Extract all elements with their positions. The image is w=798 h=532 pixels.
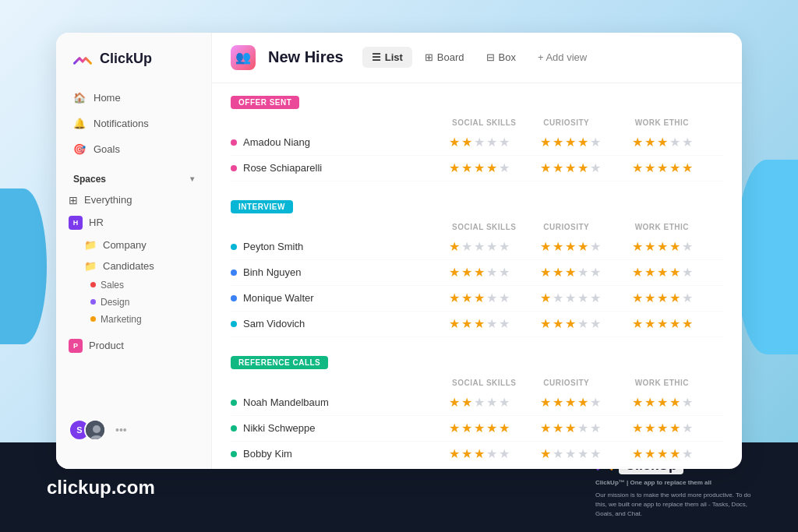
star-filled[interactable]: ★ — [669, 162, 680, 174]
star-empty[interactable]: ★ — [682, 241, 693, 253]
table-row[interactable]: Carol Wayne★★★★★★★★★★★★★★★ — [231, 467, 723, 469]
star-filled[interactable]: ★ — [644, 266, 655, 279]
star-empty[interactable]: ★ — [486, 241, 497, 253]
star-filled[interactable]: ★ — [669, 292, 680, 305]
table-row[interactable]: Amadou Niang★★★★★★★★★★★★★★★ — [231, 130, 723, 156]
star-filled[interactable]: ★ — [644, 136, 655, 149]
nav-item-goals[interactable]: 🎯 Goals — [65, 137, 202, 161]
star-empty[interactable]: ★ — [565, 292, 576, 305]
star-filled[interactable]: ★ — [474, 422, 485, 435]
star-filled[interactable]: ★ — [449, 241, 460, 253]
star-filled[interactable]: ★ — [540, 318, 551, 330]
star-filled[interactable]: ★ — [565, 396, 576, 409]
star-filled[interactable]: ★ — [540, 422, 551, 435]
star-filled[interactable]: ★ — [565, 241, 576, 253]
folder-candidates[interactable]: 📁 Candidates — [59, 255, 208, 277]
star-filled[interactable]: ★ — [449, 396, 460, 409]
star-filled[interactable]: ★ — [565, 266, 576, 279]
table-area[interactable]: OFFER SENTSOCIAL SKILLSCURIOSITYWORK ETH… — [212, 83, 742, 469]
star-filled[interactable]: ★ — [553, 241, 563, 253]
star-empty[interactable]: ★ — [486, 396, 497, 409]
nav-item-notifications[interactable]: 🔔 Notifications — [65, 111, 202, 136]
star-filled[interactable]: ★ — [632, 266, 643, 279]
star-empty[interactable]: ★ — [553, 292, 563, 305]
star-empty[interactable]: ★ — [682, 266, 693, 279]
star-filled[interactable]: ★ — [577, 136, 588, 149]
star-empty[interactable]: ★ — [590, 162, 601, 174]
star-filled[interactable]: ★ — [657, 266, 668, 279]
star-empty[interactable]: ★ — [486, 318, 497, 330]
star-empty[interactable]: ★ — [486, 448, 497, 460]
table-row[interactable]: Nikki Schweppe★★★★★★★★★★★★★★★ — [231, 416, 723, 442]
star-empty[interactable]: ★ — [474, 241, 485, 253]
star-filled[interactable]: ★ — [657, 136, 668, 149]
star-empty[interactable]: ★ — [669, 136, 680, 149]
star-empty[interactable]: ★ — [682, 136, 693, 149]
star-empty[interactable]: ★ — [499, 162, 510, 174]
star-filled[interactable]: ★ — [644, 162, 655, 174]
star-filled[interactable]: ★ — [486, 422, 497, 435]
tab-box[interactable]: ⊟ Box — [477, 47, 525, 68]
star-empty[interactable]: ★ — [682, 448, 693, 460]
star-filled[interactable]: ★ — [632, 162, 643, 174]
star-empty[interactable]: ★ — [486, 136, 497, 149]
tab-list[interactable]: ☰ List — [362, 47, 412, 68]
star-filled[interactable]: ★ — [644, 292, 655, 305]
star-empty[interactable]: ★ — [461, 241, 472, 253]
star-filled[interactable]: ★ — [461, 136, 472, 149]
star-filled[interactable]: ★ — [632, 396, 643, 409]
star-empty[interactable]: ★ — [590, 448, 601, 460]
star-filled[interactable]: ★ — [565, 422, 576, 435]
star-filled[interactable]: ★ — [449, 266, 460, 279]
star-filled[interactable]: ★ — [632, 241, 643, 253]
folder-company[interactable]: 📁 Company — [59, 234, 208, 255]
star-filled[interactable]: ★ — [449, 448, 460, 460]
star-filled[interactable]: ★ — [657, 162, 668, 174]
star-empty[interactable]: ★ — [590, 318, 601, 330]
star-filled[interactable]: ★ — [540, 266, 551, 279]
star-filled[interactable]: ★ — [553, 318, 563, 330]
star-filled[interactable]: ★ — [553, 396, 563, 409]
star-filled[interactable]: ★ — [474, 162, 485, 174]
star-filled[interactable]: ★ — [669, 396, 680, 409]
star-filled[interactable]: ★ — [474, 266, 485, 279]
table-row[interactable]: Monique Walter★★★★★★★★★★★★★★★ — [231, 286, 723, 312]
star-filled[interactable]: ★ — [577, 396, 588, 409]
star-filled[interactable]: ★ — [540, 292, 551, 305]
star-filled[interactable]: ★ — [632, 292, 643, 305]
star-filled[interactable]: ★ — [657, 448, 668, 460]
star-filled[interactable]: ★ — [461, 396, 472, 409]
star-filled[interactable]: ★ — [540, 396, 551, 409]
star-filled[interactable]: ★ — [461, 318, 472, 330]
star-filled[interactable]: ★ — [644, 241, 655, 253]
star-empty[interactable]: ★ — [499, 241, 510, 253]
star-filled[interactable]: ★ — [449, 162, 460, 174]
table-row[interactable]: Peyton Smith★★★★★★★★★★★★★★★ — [231, 234, 723, 260]
star-filled[interactable]: ★ — [657, 396, 668, 409]
table-row[interactable]: Bobby Kim★★★★★★★★★★★★★★★ — [231, 442, 723, 467]
star-filled[interactable]: ★ — [644, 422, 655, 435]
star-empty[interactable]: ★ — [486, 292, 497, 305]
star-filled[interactable]: ★ — [565, 162, 576, 174]
star-filled[interactable]: ★ — [644, 318, 655, 330]
star-filled[interactable]: ★ — [669, 422, 680, 435]
star-filled[interactable]: ★ — [499, 422, 510, 435]
star-filled[interactable]: ★ — [632, 136, 643, 149]
star-filled[interactable]: ★ — [553, 422, 563, 435]
star-filled[interactable]: ★ — [669, 318, 680, 330]
star-filled[interactable]: ★ — [540, 241, 551, 253]
star-empty[interactable]: ★ — [565, 448, 576, 460]
star-filled[interactable]: ★ — [540, 448, 551, 460]
star-filled[interactable]: ★ — [449, 318, 460, 330]
star-empty[interactable]: ★ — [590, 241, 601, 253]
tab-board[interactable]: ⊞ Board — [415, 47, 474, 68]
star-empty[interactable]: ★ — [577, 292, 588, 305]
space-item-product[interactable]: P Product — [59, 334, 208, 358]
star-empty[interactable]: ★ — [553, 448, 563, 460]
star-empty[interactable]: ★ — [590, 266, 601, 279]
star-filled[interactable]: ★ — [669, 448, 680, 460]
star-filled[interactable]: ★ — [644, 448, 655, 460]
star-empty[interactable]: ★ — [499, 396, 510, 409]
star-filled[interactable]: ★ — [577, 162, 588, 174]
star-filled[interactable]: ★ — [474, 318, 485, 330]
